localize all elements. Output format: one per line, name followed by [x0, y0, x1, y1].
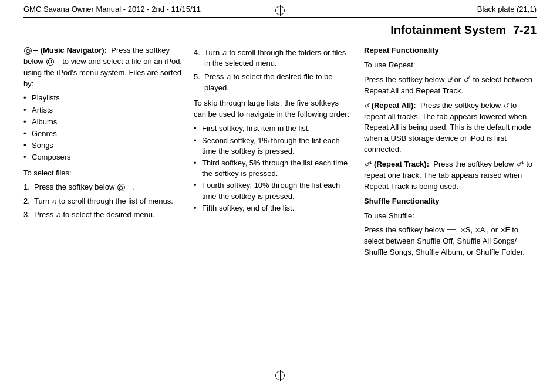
step-4: Turn ♫ to scroll through the folders or …: [194, 48, 352, 69]
footer-crosshair: [274, 370, 286, 381]
steps-list-2: Turn ♫ to scroll through the folders or …: [194, 48, 352, 93]
repeat-track-desc: ↺1 (Repeat Track): Press the softkey bel…: [364, 159, 537, 192]
music-nav-label: (Music Navigator):: [41, 46, 107, 55]
repeat-title: Repeat Functionality: [364, 45, 537, 56]
skip-item: Third softkey, 5% through the list each …: [194, 158, 352, 179]
header-left: GMC Savana Owner Manual - 2012 - 2nd - 1…: [23, 5, 201, 13]
left-intro: (Music Navigator): Press the softkey bel…: [23, 45, 182, 89]
right-column: Repeat Functionality To use Repeat: Pres…: [364, 45, 537, 262]
shuffle-desc: Press the softkey below ══, ⨯S, ⨯A , or …: [364, 225, 537, 258]
header-center-crosshair: [274, 5, 286, 16]
list-item: Songs: [23, 140, 182, 151]
skip-item: First softkey, first item in the list.: [194, 123, 352, 134]
step-5: Press ♫ to select the desired file to be…: [194, 72, 352, 93]
skip-item: Fifth softkey, end of the list.: [194, 203, 352, 214]
select-files-label: To select files:: [23, 168, 182, 179]
crosshair-circle-top: [275, 6, 285, 15]
step-1: Press the softkey below —.: [23, 182, 182, 192]
header-right: Black plate (21,1): [477, 5, 537, 13]
list-item: Genres: [23, 129, 182, 139]
list-item: Albums: [23, 117, 182, 127]
icon-line2: [55, 62, 60, 63]
page: GMC Savana Owner Manual - 2012 - 2nd - 1…: [0, 0, 560, 392]
repeat-track-label: (Repeat Track):: [374, 160, 429, 168]
crosshair-top: [274, 5, 286, 16]
repeat-all-desc: ↺ (Repeat All): Press the softkey below …: [364, 100, 537, 156]
footer-circle: [275, 371, 285, 380]
middle-column: Turn ♫ to scroll through the folders or …: [194, 45, 352, 262]
content-area: (Music Navigator): Press the softkey bel…: [23, 45, 537, 262]
list-item: Composers: [23, 152, 182, 163]
shuffle-title: Shuffle Functionality: [364, 196, 537, 207]
step1-icon: [117, 184, 125, 191]
section-title: Infotainment System: [390, 23, 506, 37]
footer-crosshair-container: [274, 370, 286, 381]
header: GMC Savana Owner Manual - 2012 - 2nd - 1…: [23, 0, 537, 17]
softkey-icon: [46, 58, 54, 66]
icon-line: [33, 50, 38, 52]
shuffle-intro: To use Shuffle:: [364, 211, 537, 222]
repeat-desc: Press the softkey below ↺ or ↺1 to selec…: [364, 75, 537, 97]
nav-icon: [24, 47, 32, 55]
skip-list: First softkey, first item in the list. S…: [194, 123, 352, 214]
skip-intro: To skip through large lists, the five so…: [194, 98, 352, 120]
steps-list: Press the softkey below —. Turn ♫ to scr…: [23, 182, 182, 220]
step-2: Turn ♫ to scroll through the list of men…: [23, 196, 182, 207]
skip-item: Second softkey, 1% through the list each…: [194, 136, 352, 157]
page-title-bar: Infotainment System 7-21: [23, 18, 537, 40]
page-number: 7-21: [513, 23, 537, 37]
left-column: (Music Navigator): Press the softkey bel…: [23, 45, 182, 262]
skip-item: Fourth softkey, 10% through the list eac…: [194, 180, 352, 201]
repeat-intro: To use Repeat:: [364, 60, 537, 71]
list-item: Playlists: [23, 93, 182, 103]
list-item: Artists: [23, 105, 182, 116]
sort-list: Playlists Artists Albums Genres Songs Co…: [23, 93, 182, 163]
repeat-all-label: (Repeat All):: [372, 101, 416, 110]
step-3: Press ♫ to select the desired menu.: [23, 209, 182, 220]
